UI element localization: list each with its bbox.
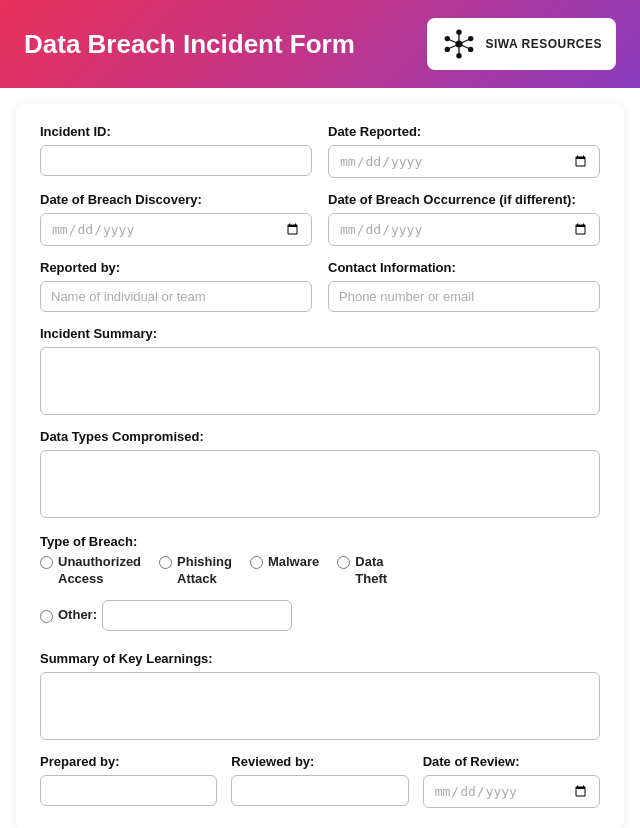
breach-option-phishing[interactable]: PhishingAttack (159, 554, 232, 588)
date-review-input[interactable] (423, 775, 600, 808)
svg-point-5 (445, 47, 450, 52)
breach-radio-other[interactable] (40, 610, 53, 623)
row-breach-dates: Date of Breach Discovery: Date of Breach… (40, 192, 600, 246)
row-incident-date: Incident ID: Date Reported: (40, 124, 600, 178)
reviewed-by-input[interactable] (231, 775, 408, 806)
breach-type-options: UnauthorizedAccess PhishingAttack Malwar… (40, 554, 600, 637)
svg-point-3 (445, 36, 450, 41)
reported-by-input[interactable] (40, 281, 312, 312)
col-incident-summary: Incident Summary: (40, 326, 600, 415)
breach-radio-malware[interactable] (250, 556, 263, 569)
breach-option-datatheft[interactable]: DataTheft (337, 554, 387, 588)
row-key-learnings: Summary of Key Learnings: (40, 651, 600, 740)
row-data-types: Data Types Compromised: (40, 429, 600, 518)
col-data-types: Data Types Compromised: (40, 429, 600, 518)
date-reported-input[interactable] (328, 145, 600, 178)
breach-discovery-label: Date of Breach Discovery: (40, 192, 312, 207)
breach-occurrence-input[interactable] (328, 213, 600, 246)
key-learnings-label: Summary of Key Learnings: (40, 651, 600, 666)
incident-id-label: Incident ID: (40, 124, 312, 139)
reviewed-by-label: Reviewed by: (231, 754, 408, 769)
date-reported-label: Date Reported: (328, 124, 600, 139)
date-review-label: Date of Review: (423, 754, 600, 769)
contact-info-label: Contact Information: (328, 260, 600, 275)
data-types-textarea[interactable] (40, 450, 600, 518)
col-date-reported: Date Reported: (328, 124, 600, 178)
row-incident-summary: Incident Summary: (40, 326, 600, 415)
col-breach-occurrence: Date of Breach Occurrence (if different)… (328, 192, 600, 246)
col-date-review: Date of Review: (423, 754, 600, 808)
header: Data Breach Incident Form SIWA RESOURCES (0, 0, 640, 88)
row-breach-type: Type of Breach: UnauthorizedAccess Phish… (40, 532, 600, 637)
incident-id-input[interactable] (40, 145, 312, 176)
prepared-by-label: Prepared by: (40, 754, 217, 769)
row-reported-contact: Reported by: Contact Information: (40, 260, 600, 312)
breach-option-other[interactable]: Other: (40, 600, 292, 631)
svg-point-1 (457, 30, 462, 35)
col-reviewed-by: Reviewed by: (231, 754, 408, 808)
form-area: Incident ID: Date Reported: Date of Brea… (16, 104, 624, 828)
col-contact-info: Contact Information: (328, 260, 600, 312)
col-breach-discovery: Date of Breach Discovery: (40, 192, 312, 246)
contact-info-input[interactable] (328, 281, 600, 312)
col-key-learnings: Summary of Key Learnings: (40, 651, 600, 740)
data-types-label: Data Types Compromised: (40, 429, 600, 444)
logo-icon (441, 26, 477, 62)
page-title: Data Breach Incident Form (24, 29, 355, 60)
key-learnings-textarea[interactable] (40, 672, 600, 740)
row-prepared: Prepared by: Reviewed by: Date of Review… (40, 754, 600, 808)
page: Data Breach Incident Form SIWA RESOURCES (0, 0, 640, 828)
breach-discovery-input[interactable] (40, 213, 312, 246)
breach-option-unauthorized[interactable]: UnauthorizedAccess (40, 554, 141, 588)
breach-other-input[interactable] (102, 600, 292, 631)
svg-point-4 (468, 36, 473, 41)
col-incident-id: Incident ID: (40, 124, 312, 178)
svg-point-6 (468, 47, 473, 52)
svg-point-2 (457, 53, 462, 58)
breach-occurrence-label: Date of Breach Occurrence (if different)… (328, 192, 600, 207)
incident-summary-textarea[interactable] (40, 347, 600, 415)
reported-by-label: Reported by: (40, 260, 312, 275)
breach-option-malware[interactable]: Malware (250, 554, 319, 571)
breach-type-label: Type of Breach: (40, 534, 137, 549)
prepared-by-input[interactable] (40, 775, 217, 806)
incident-summary-label: Incident Summary: (40, 326, 600, 341)
col-prepared-by: Prepared by: (40, 754, 217, 808)
breach-radio-unauthorized[interactable] (40, 556, 53, 569)
breach-radio-phishing[interactable] (159, 556, 172, 569)
logo-text: SIWA RESOURCES (485, 37, 602, 51)
breach-radio-datatheft[interactable] (337, 556, 350, 569)
logo-box: SIWA RESOURCES (427, 18, 616, 70)
col-reported-by: Reported by: (40, 260, 312, 312)
